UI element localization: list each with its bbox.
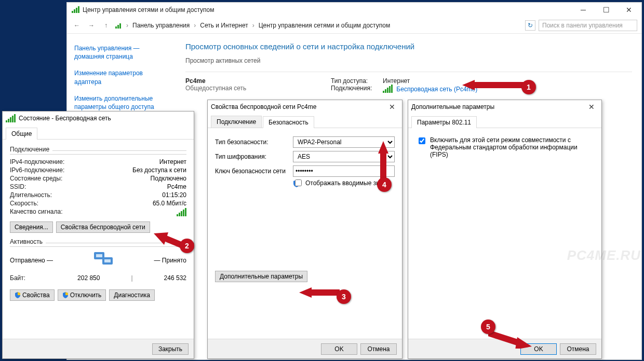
breadcrumb-control-panel[interactable]: Панель управления xyxy=(131,22,191,29)
nav-forward-button[interactable]: → xyxy=(86,20,97,31)
annotation-badge-2: 2 xyxy=(180,239,194,253)
details-button[interactable]: Сведения... xyxy=(10,221,53,233)
diagnose-button[interactable]: Диагностика xyxy=(109,289,155,301)
shield-icon xyxy=(62,292,69,298)
annotation-badge-5: 5 xyxy=(481,320,495,334)
wireless-properties-dialog: Свойства беспроводной сети Pc4me ✕ Подкл… xyxy=(207,100,403,359)
svg-marker-15 xyxy=(515,337,532,349)
duration-value: 01:15:20 xyxy=(162,191,186,199)
svg-rect-2 xyxy=(76,8,77,13)
bytes-sent: 202 850 xyxy=(77,274,100,282)
network-key-label: Ключ безопасности сети xyxy=(215,168,288,175)
signal-quality-value xyxy=(177,208,186,218)
fips-checkbox[interactable] xyxy=(419,137,425,144)
ipv6-label: IPv6-подключение: xyxy=(10,166,64,174)
access-type-label: Тип доступа: xyxy=(331,77,383,85)
page-heading: Просмотр основных сведений о сети и наст… xyxy=(185,42,632,51)
close-icon[interactable]: ✕ xyxy=(585,100,598,114)
svg-marker-13 xyxy=(299,287,312,298)
close-button[interactable]: ✕ xyxy=(618,3,640,17)
monitor-icon xyxy=(88,250,119,271)
advanced-settings-dialog: Дополнительные параметры ✕ Параметры 802… xyxy=(408,100,602,359)
connections-label: Подключения: xyxy=(331,85,383,92)
fips-label: Включить для этой сети режим совместимос… xyxy=(430,136,593,158)
network-scope: Общедоступная сеть xyxy=(185,85,246,92)
breadcrumb-bar: ← → ↑ › Панель управления › Сеть и Интер… xyxy=(67,17,641,34)
network-icon xyxy=(71,6,79,14)
speed-label: Скорость: xyxy=(10,200,38,207)
main-title: Центр управления сетями и общим доступом xyxy=(83,6,214,13)
tab-general[interactable]: Общие xyxy=(6,128,37,140)
svg-marker-11 xyxy=(462,80,475,90)
disable-button[interactable]: Отключить xyxy=(58,289,106,301)
active-networks-heading: Просмотр активных сетей xyxy=(185,57,632,64)
network-icon xyxy=(115,21,123,30)
ipv4-label: IPv4-подключение: xyxy=(10,158,64,165)
show-characters-checkbox[interactable] xyxy=(295,179,302,186)
group-activity: Активность xyxy=(10,238,43,245)
security-type-label: Тип безопасности: xyxy=(215,138,288,146)
svg-rect-0 xyxy=(72,11,73,13)
received-label: Принято xyxy=(162,257,186,264)
breadcrumb-network-internet[interactable]: Сеть и Интернет xyxy=(199,22,249,29)
tab-connection[interactable]: Подключение xyxy=(211,116,262,128)
svg-rect-3 xyxy=(78,6,79,13)
main-titlebar: Центр управления сетями и общим доступом… xyxy=(67,3,641,17)
bytes-label: Байт: xyxy=(10,274,25,282)
sidebar-link-sharing[interactable]: Изменить дополнительные параметры общего… xyxy=(74,94,169,111)
cancel-button[interactable]: Отмена xyxy=(360,343,397,355)
ipv4-value: Интернет xyxy=(159,158,186,165)
nav-back-button[interactable]: ← xyxy=(71,20,83,31)
advanced-settings-button[interactable]: Дополнительные параметры xyxy=(215,271,307,282)
annotation-arrow-3 xyxy=(299,286,340,299)
tab-security[interactable]: Безопасность xyxy=(263,116,314,128)
encryption-type-label: Тип шифрования: xyxy=(215,153,288,160)
annotation-arrow-5 xyxy=(488,328,532,349)
ok-button[interactable]: OK xyxy=(321,343,357,355)
close-icon[interactable]: ✕ xyxy=(385,100,399,114)
ipv6-value: Без доступа к сети xyxy=(132,166,186,174)
svg-marker-12 xyxy=(154,232,168,245)
nav-up-button[interactable]: ↑ xyxy=(100,20,112,31)
sent-label: Отправлено xyxy=(10,257,45,264)
status-dialog-title: Состояние - Беспроводная сеть xyxy=(19,115,111,122)
network-name: Pc4me xyxy=(185,77,206,85)
svg-rect-10 xyxy=(104,259,111,262)
svg-rect-9 xyxy=(96,254,102,257)
media-state-label: Состояние среды: xyxy=(10,175,62,182)
advanced-dialog-title: Дополнительные параметры xyxy=(411,103,494,110)
shield-icon xyxy=(15,292,21,298)
search-input[interactable]: Поиск в панели управления xyxy=(539,20,637,31)
signal-quality-label: Качество сигнала: xyxy=(10,208,62,218)
minimize-button[interactable]: ─ xyxy=(572,3,595,17)
annotation-badge-1: 1 xyxy=(521,80,536,94)
svg-marker-14 xyxy=(378,141,388,154)
maximize-button[interactable]: ☐ xyxy=(595,3,618,17)
svg-rect-1 xyxy=(74,9,75,13)
sidebar-link-home[interactable]: Панель управления — домашняя страница xyxy=(74,44,169,61)
annotation-arrow-1 xyxy=(462,79,525,91)
media-state-value: Подключено xyxy=(151,175,186,182)
signal-icon xyxy=(383,85,393,94)
breadcrumb-network-center[interactable]: Центр управления сетями и общим доступом xyxy=(258,22,392,29)
refresh-button[interactable]: ↻ xyxy=(525,20,535,31)
duration-label: Длительность: xyxy=(10,191,52,199)
group-connection: Подключение xyxy=(10,146,49,153)
sidebar-link-adapter[interactable]: Изменение параметров адаптера xyxy=(74,69,169,86)
annotation-badge-4: 4 xyxy=(377,177,392,192)
cancel-button[interactable]: Отмена xyxy=(560,343,596,355)
svg-rect-5 xyxy=(117,25,119,29)
svg-rect-4 xyxy=(115,26,117,29)
ssid-value: Pc4me xyxy=(167,183,186,190)
breadcrumb-sep: › xyxy=(126,22,128,29)
props-dialog-title: Свойства беспроводной сети Pc4me xyxy=(211,103,316,110)
svg-rect-6 xyxy=(119,23,121,29)
ssid-label: SSID: xyxy=(10,183,26,190)
tab-80211[interactable]: Параметры 802.11 xyxy=(411,116,477,128)
signal-icon xyxy=(6,114,16,122)
wireless-properties-button[interactable]: Свойства беспроводной сети xyxy=(56,221,150,233)
speed-value: 65.0 Мбит/с xyxy=(153,200,186,207)
close-button[interactable]: Закрыть xyxy=(152,343,189,355)
annotation-badge-3: 3 xyxy=(337,289,351,304)
properties-button[interactable]: Свойства xyxy=(10,289,55,301)
